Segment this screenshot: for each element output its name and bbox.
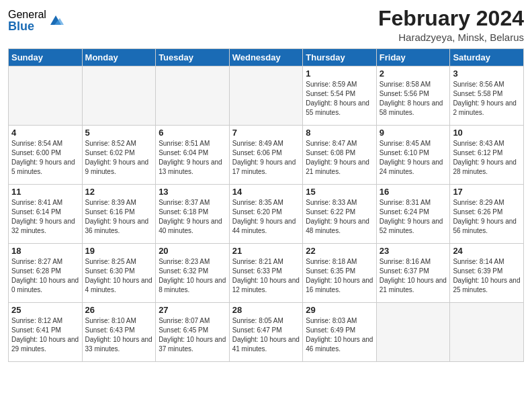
table-row: 19Sunrise: 8:25 AM Sunset: 6:30 PM Dayli… — [82, 244, 156, 303]
table-row: 3Sunrise: 8:56 AM Sunset: 5:58 PM Daylig… — [450, 66, 524, 126]
day-info: Sunrise: 8:05 AM Sunset: 6:47 PM Dayligh… — [232, 316, 300, 354]
day-number: 8 — [306, 128, 373, 138]
day-info: Sunrise: 8:54 AM Sunset: 6:00 PM Dayligh… — [11, 139, 79, 177]
day-info: Sunrise: 8:14 AM Sunset: 6:39 PM Dayligh… — [453, 257, 521, 295]
day-info: Sunrise: 8:31 AM Sunset: 6:24 PM Dayligh… — [380, 198, 447, 236]
day-number: 10 — [453, 128, 521, 138]
logo-general: General — [8, 9, 46, 20]
day-number: 22 — [306, 246, 373, 256]
calendar-table: Sunday Monday Tuesday Wednesday Thursday… — [8, 48, 524, 362]
calendar-week-4: 18Sunrise: 8:27 AM Sunset: 6:28 PM Dayli… — [9, 244, 524, 303]
location: Haradzyeya, Minsk, Belarus — [378, 32, 524, 43]
table-row: 13Sunrise: 8:37 AM Sunset: 6:18 PM Dayli… — [156, 185, 230, 244]
header-sunday: Sunday — [9, 49, 83, 66]
day-number: 19 — [85, 246, 153, 256]
day-number: 23 — [380, 246, 447, 256]
table-row — [376, 303, 450, 362]
table-row — [82, 66, 156, 126]
day-number: 25 — [11, 305, 79, 315]
table-row: 27Sunrise: 8:07 AM Sunset: 6:45 PM Dayli… — [156, 303, 230, 362]
day-number: 21 — [232, 246, 300, 256]
table-row: 4Sunrise: 8:54 AM Sunset: 6:00 PM Daylig… — [9, 126, 83, 185]
day-info: Sunrise: 8:59 AM Sunset: 5:54 PM Dayligh… — [306, 80, 373, 118]
table-row: 16Sunrise: 8:31 AM Sunset: 6:24 PM Dayli… — [376, 185, 450, 244]
table-row: 9Sunrise: 8:45 AM Sunset: 6:10 PM Daylig… — [376, 126, 450, 185]
day-number: 11 — [11, 187, 79, 197]
day-info: Sunrise: 8:18 AM Sunset: 6:35 PM Dayligh… — [306, 257, 373, 295]
table-row: 11Sunrise: 8:41 AM Sunset: 6:14 PM Dayli… — [9, 185, 83, 244]
day-number: 9 — [380, 128, 447, 138]
logo: General Blue — [8, 9, 64, 32]
day-info: Sunrise: 8:45 AM Sunset: 6:10 PM Dayligh… — [380, 139, 447, 177]
header-tuesday: Tuesday — [156, 49, 230, 66]
day-number: 20 — [159, 246, 226, 256]
day-number: 16 — [380, 187, 447, 197]
day-number: 26 — [85, 305, 153, 315]
header-monday: Monday — [82, 49, 156, 66]
day-info: Sunrise: 8:29 AM Sunset: 6:26 PM Dayligh… — [453, 198, 521, 236]
table-row: 5Sunrise: 8:52 AM Sunset: 6:02 PM Daylig… — [82, 126, 156, 185]
day-info: Sunrise: 8:27 AM Sunset: 6:28 PM Dayligh… — [11, 257, 79, 295]
calendar-week-2: 4Sunrise: 8:54 AM Sunset: 6:00 PM Daylig… — [9, 126, 524, 185]
day-info: Sunrise: 8:49 AM Sunset: 6:06 PM Dayligh… — [232, 139, 300, 177]
day-number: 24 — [453, 246, 521, 256]
table-row: 8Sunrise: 8:47 AM Sunset: 6:08 PM Daylig… — [303, 126, 377, 185]
day-number: 15 — [306, 187, 373, 197]
day-number: 7 — [232, 128, 300, 138]
table-row: 25Sunrise: 8:12 AM Sunset: 6:41 PM Dayli… — [9, 303, 83, 362]
table-row — [9, 66, 83, 126]
table-row: 1Sunrise: 8:59 AM Sunset: 5:54 PM Daylig… — [303, 66, 377, 126]
day-number: 12 — [85, 187, 153, 197]
table-row: 10Sunrise: 8:43 AM Sunset: 6:12 PM Dayli… — [450, 126, 524, 185]
table-row — [450, 303, 524, 362]
table-row: 7Sunrise: 8:49 AM Sunset: 6:06 PM Daylig… — [229, 126, 303, 185]
table-row: 2Sunrise: 8:58 AM Sunset: 5:56 PM Daylig… — [376, 66, 450, 126]
table-row: 6Sunrise: 8:51 AM Sunset: 6:04 PM Daylig… — [156, 126, 230, 185]
day-number: 3 — [453, 68, 521, 79]
calendar-header-row: Sunday Monday Tuesday Wednesday Thursday… — [9, 49, 524, 66]
day-number: 28 — [232, 305, 300, 315]
table-row: 17Sunrise: 8:29 AM Sunset: 6:26 PM Dayli… — [450, 185, 524, 244]
table-row: 15Sunrise: 8:33 AM Sunset: 6:22 PM Dayli… — [303, 185, 377, 244]
day-number: 13 — [159, 187, 226, 197]
day-number: 1 — [306, 68, 373, 79]
day-info: Sunrise: 8:10 AM Sunset: 6:43 PM Dayligh… — [85, 316, 153, 354]
table-row: 20Sunrise: 8:23 AM Sunset: 6:32 PM Dayli… — [156, 244, 230, 303]
day-info: Sunrise: 8:37 AM Sunset: 6:18 PM Dayligh… — [159, 198, 226, 236]
day-info: Sunrise: 8:52 AM Sunset: 6:02 PM Dayligh… — [85, 139, 153, 177]
day-number: 4 — [11, 128, 79, 138]
table-row: 12Sunrise: 8:39 AM Sunset: 6:16 PM Dayli… — [82, 185, 156, 244]
day-number: 2 — [380, 68, 447, 79]
table-row — [156, 66, 230, 126]
day-info: Sunrise: 8:21 AM Sunset: 6:33 PM Dayligh… — [232, 257, 300, 295]
day-info: Sunrise: 8:39 AM Sunset: 6:16 PM Dayligh… — [85, 198, 153, 236]
logo-text: General Blue — [8, 9, 46, 32]
day-info: Sunrise: 8:03 AM Sunset: 6:49 PM Dayligh… — [306, 316, 373, 354]
day-info: Sunrise: 8:07 AM Sunset: 6:45 PM Dayligh… — [159, 316, 226, 354]
header-wednesday: Wednesday — [229, 49, 303, 66]
header: General Blue February 2024 Haradzyeya, M… — [8, 7, 524, 43]
day-info: Sunrise: 8:16 AM Sunset: 6:37 PM Dayligh… — [380, 257, 447, 295]
table-row: 24Sunrise: 8:14 AM Sunset: 6:39 PM Dayli… — [450, 244, 524, 303]
table-row: 22Sunrise: 8:18 AM Sunset: 6:35 PM Dayli… — [303, 244, 377, 303]
table-row: 14Sunrise: 8:35 AM Sunset: 6:20 PM Dayli… — [229, 185, 303, 244]
day-info: Sunrise: 8:33 AM Sunset: 6:22 PM Dayligh… — [306, 198, 373, 236]
table-row: 21Sunrise: 8:21 AM Sunset: 6:33 PM Dayli… — [229, 244, 303, 303]
day-info: Sunrise: 8:35 AM Sunset: 6:20 PM Dayligh… — [232, 198, 300, 236]
day-number: 18 — [11, 246, 79, 256]
header-friday: Friday — [376, 49, 450, 66]
day-info: Sunrise: 8:25 AM Sunset: 6:30 PM Dayligh… — [85, 257, 153, 295]
logo-icon — [48, 13, 64, 29]
day-info: Sunrise: 8:43 AM Sunset: 6:12 PM Dayligh… — [453, 139, 521, 177]
table-row: 18Sunrise: 8:27 AM Sunset: 6:28 PM Dayli… — [9, 244, 83, 303]
day-info: Sunrise: 8:51 AM Sunset: 6:04 PM Dayligh… — [159, 139, 226, 177]
day-info: Sunrise: 8:12 AM Sunset: 6:41 PM Dayligh… — [11, 316, 79, 354]
logo-blue: Blue — [8, 20, 46, 32]
day-number: 27 — [159, 305, 226, 315]
day-info: Sunrise: 8:47 AM Sunset: 6:08 PM Dayligh… — [306, 139, 373, 177]
table-row: 29Sunrise: 8:03 AM Sunset: 6:49 PM Dayli… — [303, 303, 377, 362]
day-number: 6 — [159, 128, 226, 138]
table-row: 23Sunrise: 8:16 AM Sunset: 6:37 PM Dayli… — [376, 244, 450, 303]
title-area: February 2024 Haradzyeya, Minsk, Belarus — [378, 7, 524, 43]
day-number: 14 — [232, 187, 300, 197]
